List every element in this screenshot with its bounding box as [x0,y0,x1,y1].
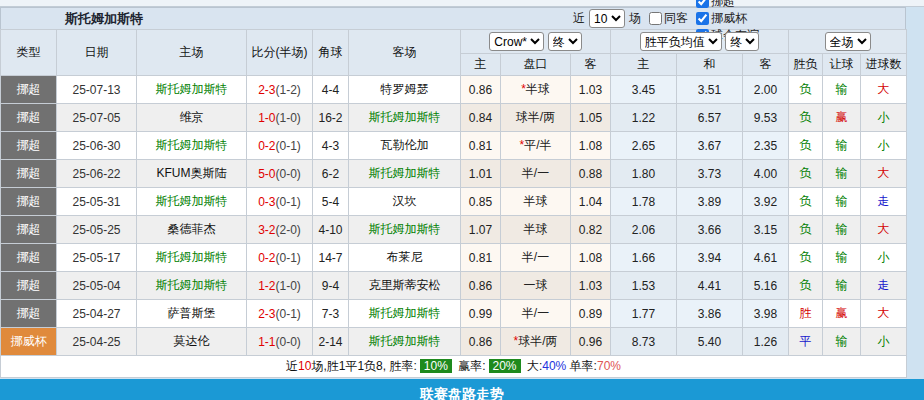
col-result: 胜负 [789,54,823,76]
col-date: 日期 [57,30,137,76]
profit-label: 赢率: [458,359,485,373]
single-label: 单率: [570,359,597,373]
cell-competition-type: 挪超 [1,76,57,104]
match-row: 挪超25-05-31斯托姆加斯特0-3(0-1)5-4汉坎0.85半球1.041… [1,188,907,216]
cell-away-team[interactable]: 瓦勒伦加 [349,132,461,160]
cell-avg-draw: 4.41 [677,272,743,300]
cell-avg-draw: 3.66 [677,216,743,244]
cell-home-team[interactable]: 斯托姆加斯特 [137,244,247,272]
cell-avg-away: 3.98 [743,300,789,328]
league-checkbox[interactable] [696,12,709,25]
cell-away-team[interactable]: 克里斯蒂安松 [349,272,461,300]
cell-avg-home: 1.77 [611,300,677,328]
cell-avg-home: 1.53 [611,272,677,300]
col-odds-away: 客 [571,54,611,76]
cell-home-team[interactable]: 维京 [137,104,247,132]
cell-odds-home: 0.86 [461,76,501,104]
match-row: 挪超25-07-05维京1-0(1-0)16-2斯托姆加斯特0.84球半/两1.… [1,104,907,132]
bookmaker-state-select[interactable]: 终 [548,32,582,51]
cell-competition-type: 挪超 [1,300,57,328]
cell-corners: 2-14 [313,328,349,356]
cell-avg-away: 3.92 [743,188,789,216]
match-row: 挪超25-06-22KFUM奥斯陆5-0(0-0)6-2斯托姆加斯特1.01半/… [1,160,907,188]
cell-handicap-result: 输 [823,188,861,216]
cell-away-team[interactable]: 斯托姆加斯特 [349,328,461,356]
cell-odds-home: 1.01 [461,160,501,188]
cell-odds-home: 0.99 [461,300,501,328]
cell-home-team[interactable]: KFUM奥斯陆 [137,160,247,188]
league-filter-挪超[interactable]: 挪超 [692,0,759,10]
cell-score: 3-2(2-0) [247,216,313,244]
scope-select[interactable]: 全场 [825,32,871,51]
bookmaker-select[interactable]: Crow* [489,32,544,51]
cell-away-team[interactable]: 斯托姆加斯特 [349,216,461,244]
cell-home-team[interactable]: 桑德菲杰 [137,216,247,244]
cell-away-team[interactable]: 汉坎 [349,188,461,216]
cell-competition-type: 挪威杯 [1,328,57,356]
cell-result: 平 [789,328,823,356]
cell-odds-home: 0.86 [461,272,501,300]
same-away-filter[interactable]: 同客 [645,10,688,27]
cell-avg-draw: 3.86 [677,300,743,328]
cell-odds-away: 0.82 [571,216,611,244]
cell-handicap-result: 赢 [823,104,861,132]
cell-corners: 16-2 [313,104,349,132]
cell-date: 25-07-13 [57,76,137,104]
cell-avg-home: 3.45 [611,76,677,104]
avg-state-select[interactable]: 终 [725,32,759,51]
cell-home-team[interactable]: 斯托姆加斯特 [137,272,247,300]
league-checkbox[interactable] [696,0,709,8]
cell-avg-away: 3.15 [743,216,789,244]
cell-handicap-result: 输 [823,160,861,188]
cell-avg-away: 9.53 [743,104,789,132]
cell-competition-type: 挪超 [1,272,57,300]
cell-away-team[interactable]: 特罗姆瑟 [349,76,461,104]
cell-date: 25-05-25 [57,216,137,244]
cell-date: 25-04-25 [57,328,137,356]
cell-score: 0-3(0-1) [247,188,313,216]
cell-result: 负 [789,104,823,132]
league-checkbox-label: 挪威杯 [711,10,747,27]
cell-corners: 9-4 [313,272,349,300]
match-row: 挪超25-05-17斯托姆加斯特0-2(0-1)14-7布莱尼0.81半/一1.… [1,244,907,272]
cell-away-team[interactable]: 斯托姆加斯特 [349,104,461,132]
cell-home-team[interactable]: 斯托姆加斯特 [137,76,247,104]
cell-handicap: 半/一 [501,244,571,272]
cell-home-team[interactable]: 斯托姆加斯特 [137,132,247,160]
cell-home-team[interactable]: 斯托姆加斯特 [137,188,247,216]
single-rate: 70% [597,359,621,373]
cell-away-team[interactable]: 斯托姆加斯特 [349,300,461,328]
cell-avg-draw: 3.73 [677,160,743,188]
same-away-checkbox[interactable] [649,12,662,25]
cell-home-team[interactable]: 萨普斯堡 [137,300,247,328]
cell-avg-draw: 3.67 [677,132,743,160]
cell-home-team[interactable]: 莫达伦 [137,328,247,356]
avg-source-select[interactable]: 胜平负均值 [640,32,722,51]
cell-handicap-result: 赢 [823,300,861,328]
summary-record: 场,胜1平1负8, 胜率: [311,359,416,373]
cell-odds-away: 0.89 [571,300,611,328]
cell-away-team[interactable]: 斯托姆加斯特 [349,160,461,188]
cell-score: 2-3(0-1) [247,300,313,328]
cell-handicap: 半球 [501,216,571,244]
team-odds-panel: 斯托姆加斯特 近 10 场 同客 挪超挪威杯球会友谊 类型 日期 [0,7,906,378]
cell-result: 负 [789,132,823,160]
cell-avg-away: 2.35 [743,132,789,160]
cell-competition-type: 挪超 [1,104,57,132]
cell-date: 25-05-17 [57,244,137,272]
cell-odds-away: 1.03 [571,272,611,300]
cell-handicap-result: 输 [823,76,861,104]
cell-score: 2-3(1-2) [247,76,313,104]
match-row: 挪超25-05-04斯托姆加斯特1-2(1-0)9-4克里斯蒂安松0.86一球1… [1,272,907,300]
cell-away-team[interactable]: 布莱尼 [349,244,461,272]
match-row: 挪超25-04-27萨普斯堡2-3(0-1)7-3斯托姆加斯特0.99半/一0.… [1,300,907,328]
cell-date: 25-05-31 [57,188,137,216]
recent-count-select[interactable]: 10 [589,9,625,28]
col-away: 客场 [349,30,461,76]
match-row: 挪超25-05-25桑德菲杰3-2(2-0)4-10斯托姆加斯特1.07半球0.… [1,216,907,244]
league-filter-挪威杯[interactable]: 挪威杯 [692,10,759,27]
cell-corners: 14-7 [313,244,349,272]
cell-avg-home: 1.22 [611,104,677,132]
cell-score: 1-2(1-0) [247,272,313,300]
cell-avg-draw: 3.89 [677,188,743,216]
